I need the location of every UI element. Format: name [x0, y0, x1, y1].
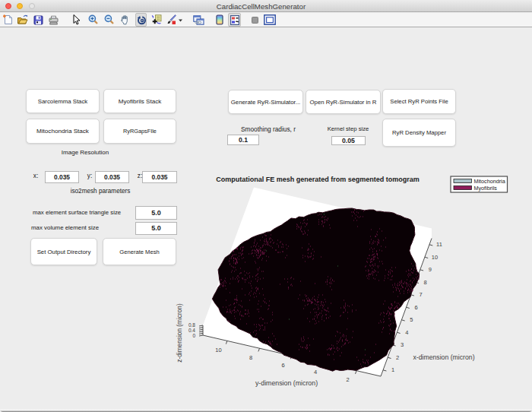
svg-text:8: 8 — [424, 279, 427, 286]
svg-text:1: 1 — [391, 366, 394, 373]
svg-text:Mitochondria: Mitochondria — [474, 178, 505, 185]
svg-text:0.4: 0.4 — [188, 328, 195, 333]
svg-text:Computational FE mesh generate: Computational FE mesh generated from seg… — [216, 176, 420, 183]
svg-text:6: 6 — [281, 362, 284, 369]
svg-text:4: 4 — [314, 369, 317, 376]
svg-text:10: 10 — [215, 347, 221, 353]
svg-text:x-dimension (micron): x-dimension (micron) — [413, 353, 474, 361]
svg-text:5: 5 — [410, 316, 413, 323]
svg-text:8: 8 — [249, 354, 252, 361]
svg-text:2: 2 — [396, 354, 399, 361]
svg-text:Myofibrils: Myofibrils — [474, 185, 498, 192]
svg-text:y-dimension (micron): y-dimension (micron) — [255, 379, 318, 387]
svg-text:2: 2 — [347, 376, 350, 383]
svg-text:10: 10 — [432, 254, 438, 261]
svg-text:9: 9 — [429, 266, 432, 273]
svg-text:0.8: 0.8 — [188, 322, 195, 328]
svg-text:0: 0 — [192, 333, 195, 338]
svg-text:11: 11 — [436, 241, 442, 248]
svg-text:7: 7 — [420, 291, 423, 298]
svg-text:6: 6 — [414, 304, 417, 311]
svg-text:4: 4 — [405, 329, 408, 336]
svg-text:3: 3 — [401, 341, 404, 348]
svg-text:z-dimension (micron): z-dimension (micron) — [176, 303, 183, 363]
